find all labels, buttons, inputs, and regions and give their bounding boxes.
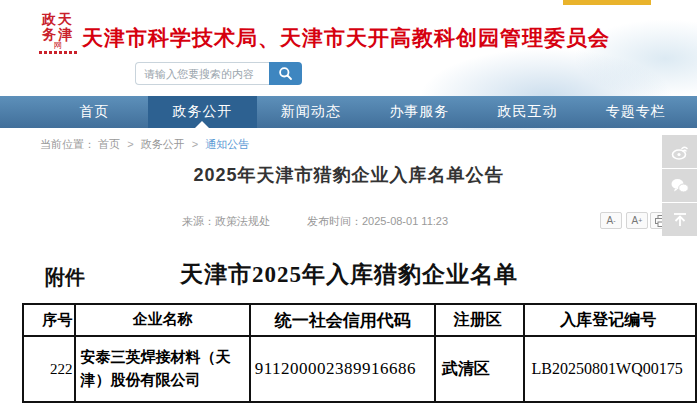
breadcrumb-home[interactable]: 首页	[98, 138, 120, 150]
cell-company-name: 安泰三英焊接材料（天津）股份有限公司	[75, 336, 249, 402]
font-decrease-button[interactable]: A-	[600, 212, 622, 229]
breadcrumb-separator: >	[127, 138, 133, 150]
breadcrumb-gov-disclosure[interactable]: 政务公开	[141, 138, 185, 150]
top-yellow-strip	[563, 0, 651, 5]
back-to-top-button[interactable]	[662, 203, 697, 236]
enterprise-table: 序号 企业名称 统一社会信用代码 注册区 入库登记编号 222 安泰三英焊接材料…	[22, 303, 697, 403]
seal-bottom: 网	[36, 42, 80, 50]
cell-reg-number: LB20250801WQ00175	[524, 336, 696, 402]
col-header-reg-number: 入库登记编号	[524, 304, 696, 336]
font-increase-button[interactable]: A+	[626, 212, 648, 229]
nav-item-gov-disclosure[interactable]: 政务公开	[148, 96, 256, 128]
main-nav: 首页 政务公开 新闻动态 办事服务 政民互动 专题专栏	[0, 96, 697, 128]
cell-credit-code: 911200002389916686	[250, 336, 435, 402]
page: 政天 务津 网 天津市科学技术局、天津市天开高教科创园管理委员会 首页 政务公开…	[0, 0, 697, 417]
nav-item-special-topics[interactable]: 专题专栏	[582, 96, 690, 128]
article-title: 2025年天津市猎豹企业入库名单公告	[0, 163, 697, 187]
nav-item-news[interactable]: 新闻动态	[257, 96, 365, 128]
wechat-icon	[669, 176, 691, 196]
arrow-up-icon	[671, 211, 689, 229]
share-wechat-button[interactable]	[662, 169, 697, 202]
col-header-seq: 序号	[23, 304, 75, 336]
nav-item-home[interactable]: 首页	[40, 96, 148, 128]
search-icon	[278, 66, 293, 81]
article-source: 来源：政策法规处	[182, 214, 270, 229]
cell-seq: 222	[23, 336, 75, 402]
nav-item-services[interactable]: 办事服务	[365, 96, 473, 128]
col-header-district: 注册区	[435, 304, 524, 336]
col-header-credit-code: 统一社会信用代码	[250, 304, 435, 336]
table-header-row: 序号 企业名称 统一社会信用代码 注册区 入库登记编号	[23, 304, 696, 336]
nav-item-interaction[interactable]: 政民互动	[473, 96, 581, 128]
attachment-title: 天津市2025年入库猎豹企业名单	[180, 259, 518, 290]
share-bar	[662, 135, 697, 237]
search-button[interactable]	[269, 62, 302, 85]
seal-caption-line	[39, 51, 77, 54]
breadcrumb-prefix: 当前位置：	[40, 138, 95, 150]
col-header-name: 企业名称	[75, 304, 249, 336]
search-input[interactable]	[135, 62, 269, 85]
weibo-icon	[670, 142, 690, 162]
breadcrumb-separator: >	[192, 138, 198, 150]
site-logo-seal[interactable]: 政天 务津 网	[36, 12, 80, 58]
cell-district: 武清区	[435, 336, 524, 402]
site-title: 天津市科学技术局、天津市天开高教科创园管理委员会	[82, 24, 610, 52]
breadcrumb: 当前位置： 首页 > 政务公开 > 通知公告	[40, 137, 249, 152]
search-bar	[135, 62, 302, 85]
seal-row: 务津	[36, 27, 80, 42]
share-weibo-button[interactable]	[662, 135, 697, 168]
seal-row: 政天	[36, 12, 80, 27]
article-meta: 来源：政策法规处 发布时间：2025-08-01 11:23 A- A+	[0, 212, 697, 230]
attachment-label: 附件	[45, 264, 85, 291]
breadcrumb-notices[interactable]: 通知公告	[205, 138, 249, 150]
article-publish-time: 发布时间：2025-08-01 11:23	[307, 214, 448, 229]
table-row: 222 安泰三英焊接材料（天津）股份有限公司 91120000238991668…	[23, 336, 696, 402]
